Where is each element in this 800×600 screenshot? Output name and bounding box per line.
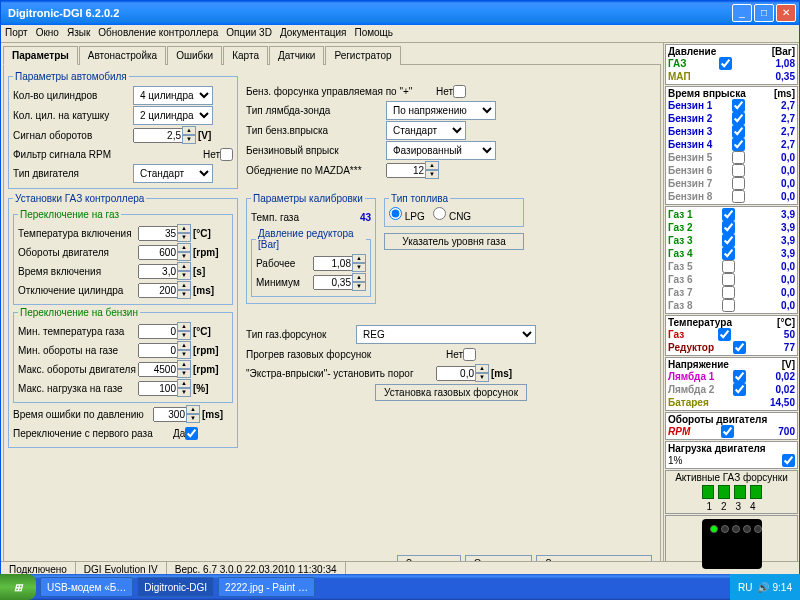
up-icon[interactable]: ▲ [186, 405, 200, 414]
down-icon[interactable]: ▼ [186, 414, 200, 423]
gas-6-check[interactable] [722, 273, 735, 286]
maximize-button[interactable]: □ [754, 4, 774, 22]
up-icon[interactable]: ▲ [177, 379, 191, 388]
up-icon[interactable]: ▲ [177, 224, 191, 233]
gas-8-check[interactable] [722, 299, 735, 312]
menu-help[interactable]: Помощь [354, 27, 393, 40]
menu-3d[interactable]: Опции 3D [226, 27, 272, 40]
inj-plus-check[interactable] [453, 85, 466, 98]
rpm-on-input[interactable] [138, 245, 178, 260]
petrol-5-check[interactable] [732, 151, 745, 164]
petrol-6-check[interactable] [732, 164, 745, 177]
up-icon[interactable]: ▲ [177, 322, 191, 331]
petrol-3-check[interactable] [732, 125, 745, 138]
down-icon[interactable]: ▼ [475, 373, 489, 382]
time-on-input[interactable] [138, 264, 178, 279]
inj-settings-button[interactable]: Установка газовых форсунок [375, 384, 527, 401]
lambda1-check[interactable] [733, 370, 746, 383]
task-item-paint[interactable]: 2222.jpg - Paint … [218, 577, 315, 597]
tab-params[interactable]: Параметры [3, 46, 78, 65]
tray-lang[interactable]: RU [738, 582, 752, 593]
tray-sound-icon[interactable]: 🔊 [757, 582, 769, 593]
petrol-8-check[interactable] [732, 190, 745, 203]
down-icon[interactable]: ▼ [352, 282, 366, 291]
minimum-input[interactable] [313, 275, 353, 290]
petrol-2-check[interactable] [732, 112, 745, 125]
up-icon[interactable]: ▲ [425, 161, 439, 170]
up-icon[interactable]: ▲ [475, 364, 489, 373]
press-err-input[interactable] [153, 407, 187, 422]
menu-update[interactable]: Обновление контроллера [98, 27, 218, 40]
down-icon[interactable]: ▼ [352, 263, 366, 272]
cyl-per-coil-select[interactable]: 2 цилиндра [133, 106, 213, 125]
menu-lang[interactable]: Язык [67, 27, 90, 40]
side-gas-check[interactable] [719, 57, 732, 70]
gas-inj-type-select[interactable]: REG [356, 325, 536, 344]
lpg-radio[interactable] [389, 207, 402, 220]
warmup-check[interactable] [463, 348, 476, 361]
up-icon[interactable]: ▲ [352, 273, 366, 282]
tab-autotune[interactable]: Автонастройка [79, 46, 166, 65]
cyl-off-input[interactable] [138, 283, 178, 298]
petrol-4-check[interactable] [732, 138, 745, 151]
tab-errors[interactable]: Ошибки [167, 46, 222, 65]
down-icon[interactable]: ▼ [177, 331, 191, 340]
up-icon[interactable]: ▲ [177, 281, 191, 290]
load-check[interactable] [782, 454, 795, 467]
working-input[interactable] [313, 256, 353, 271]
min-rpm-input[interactable] [138, 343, 178, 358]
rpm-signal-input[interactable] [133, 128, 183, 143]
max-rpm-input[interactable] [138, 362, 178, 377]
task-item-digitronic[interactable]: Digitronic-DGI [137, 577, 214, 597]
up-icon[interactable]: ▲ [352, 254, 366, 263]
task-item-usb[interactable]: USB-модем «Б… [40, 577, 133, 597]
up-icon[interactable]: ▲ [182, 126, 196, 135]
min-temp-input[interactable] [138, 324, 178, 339]
up-icon[interactable]: ▲ [177, 360, 191, 369]
down-icon[interactable]: ▼ [177, 290, 191, 299]
gas-5-check[interactable] [722, 260, 735, 273]
lambda2-check[interactable] [733, 383, 746, 396]
lambda-type-select[interactable]: По напряжению [386, 101, 496, 120]
engine-type-select[interactable]: Стандарт [133, 164, 213, 183]
gas-7-check[interactable] [722, 286, 735, 299]
down-icon[interactable]: ▼ [177, 350, 191, 359]
mazda-input[interactable] [386, 163, 426, 178]
down-icon[interactable]: ▼ [177, 271, 191, 280]
start-button[interactable]: ⊞ [0, 574, 36, 600]
extra-inj-input[interactable] [436, 366, 476, 381]
down-icon[interactable]: ▼ [425, 170, 439, 179]
temp-red-check[interactable] [733, 341, 746, 354]
cng-radio-label[interactable]: CNG [433, 211, 471, 222]
max-load-input[interactable] [138, 381, 178, 396]
cyl-count-select[interactable]: 4 цилиндра [133, 86, 213, 105]
menu-docs[interactable]: Документация [280, 27, 347, 40]
gas-4-check[interactable] [722, 247, 735, 260]
gas-3-check[interactable] [722, 234, 735, 247]
rpm-check[interactable] [721, 425, 734, 438]
down-icon[interactable]: ▼ [177, 369, 191, 378]
down-icon[interactable]: ▼ [177, 233, 191, 242]
temp-gas-check[interactable] [718, 328, 731, 341]
tab-recorder[interactable]: Регистратор [325, 46, 400, 65]
petrol-inj-type-select[interactable]: Стандарт [386, 121, 466, 140]
gas-1-check[interactable] [722, 208, 735, 221]
first-switch-check[interactable] [185, 427, 198, 440]
minimize-button[interactable]: _ [732, 4, 752, 22]
up-icon[interactable]: ▲ [177, 341, 191, 350]
tab-map[interactable]: Карта [223, 46, 268, 65]
lpg-radio-label[interactable]: LPG [389, 211, 425, 222]
close-button[interactable]: ✕ [776, 4, 796, 22]
up-icon[interactable]: ▲ [177, 243, 191, 252]
down-icon[interactable]: ▼ [177, 388, 191, 397]
tab-sensors[interactable]: Датчики [269, 46, 324, 65]
gas-2-check[interactable] [722, 221, 735, 234]
fuel-level-button[interactable]: Указатель уровня газа [384, 233, 524, 250]
menu-port[interactable]: Порт [5, 27, 28, 40]
rpm-filter-check[interactable] [220, 148, 233, 161]
down-icon[interactable]: ▼ [177, 252, 191, 261]
up-icon[interactable]: ▲ [177, 262, 191, 271]
cng-radio[interactable] [433, 207, 446, 220]
petrol-7-check[interactable] [732, 177, 745, 190]
menu-window[interactable]: Окно [36, 27, 59, 40]
